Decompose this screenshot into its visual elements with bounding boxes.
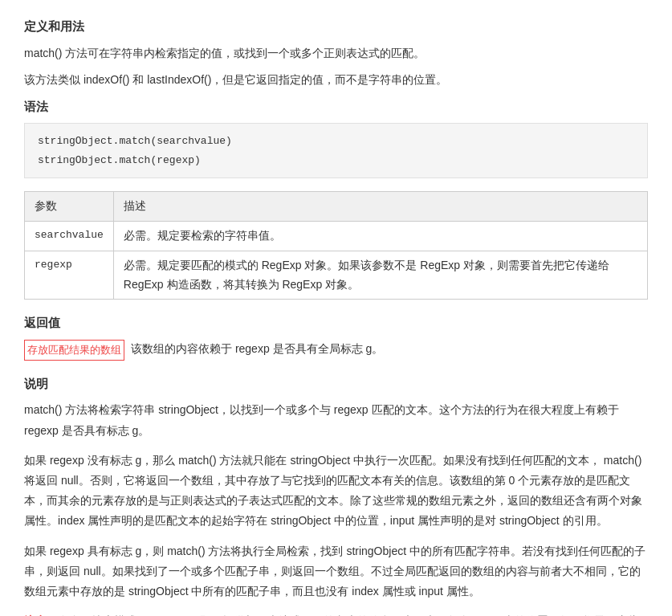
definition-desc1: match() 方法可在字符串内检索指定的值，或找到一个或多个正则表达式的匹配。 bbox=[24, 43, 648, 63]
params-col2-header: 描述 bbox=[113, 192, 647, 222]
syntax-code-line1: stringObject.match(searchvalue) bbox=[38, 132, 634, 150]
explanation-paragraph-0: match() 方法将检索字符串 stringObject，以找到一个或多个与 … bbox=[24, 400, 648, 440]
syntax-code-line2: stringObject.match(regexp) bbox=[38, 151, 634, 169]
explanation-section: 说明 match() 方法将检索字符串 stringObject，以找到一个或多… bbox=[24, 373, 648, 602]
syntax-section: 语法 stringObject.match(searchvalue) strin… bbox=[24, 96, 648, 178]
params-row-0: searchvalue必需。规定要检索的字符串值。 bbox=[25, 221, 648, 251]
explanation-paragraph-2: 如果 regexp 具有标志 g，则 match() 方法将执行全局检索，找到 … bbox=[24, 541, 648, 602]
return-value-title: 返回值 bbox=[24, 312, 648, 333]
params-row-1: regexp必需。规定要匹配的模式的 RegExp 对象。如果该参数不是 Reg… bbox=[25, 251, 648, 300]
param-name-1: regexp bbox=[25, 251, 114, 300]
params-section: 参数 描述 searchvalue必需。规定要检索的字符串值。regexp必需。… bbox=[24, 191, 648, 300]
definition-title: 定义和用法 bbox=[24, 16, 648, 37]
return-value-row: 存放匹配结果的数组 该数组的内容依赖于 regexp 是否具有全局标志 g。 bbox=[24, 340, 648, 361]
param-desc-0: 必需。规定要检索的字符串值。 bbox=[113, 221, 647, 251]
definition-section: 定义和用法 match() 方法可在字符串内检索指定的值，或找到一个或多个正则表… bbox=[24, 16, 648, 90]
definition-desc2: 该方法类似 indexOf() 和 lastIndexOf()，但是它返回指定的… bbox=[24, 70, 648, 90]
param-desc-1: 必需。规定要匹配的模式的 RegExp 对象。如果该参数不是 RegExp 对象… bbox=[113, 251, 647, 300]
return-value-section: 返回值 存放匹配结果的数组 该数组的内容依赖于 regexp 是否具有全局标志 … bbox=[24, 312, 648, 361]
params-header-row: 参数 描述 bbox=[25, 192, 648, 222]
explanation-paragraphs-container: match() 方法将检索字符串 stringObject，以找到一个或多个与 … bbox=[24, 400, 648, 602]
syntax-code-block: stringObject.match(searchvalue) stringOb… bbox=[24, 123, 648, 178]
param-name-0: searchvalue bbox=[25, 221, 114, 251]
return-highlighted-term: 存放匹配结果的数组 bbox=[24, 340, 124, 361]
params-col1-header: 参数 bbox=[25, 192, 114, 222]
syntax-title: 语法 bbox=[24, 96, 648, 117]
return-value-desc: 该数组的内容依赖于 regexp 是否具有全局标志 g。 bbox=[131, 340, 383, 359]
explanation-paragraph-1: 如果 regexp 没有标志 g，那么 match() 方法就只能在 strin… bbox=[24, 451, 648, 532]
note-section: 注意：在全局搜索模式下，match() 即不提供与子表达式匹配的文本的信息，也不… bbox=[24, 611, 648, 616]
params-table: 参数 描述 searchvalue必需。规定要检索的字符串值。regexp必需。… bbox=[24, 191, 648, 300]
explanation-title: 说明 bbox=[24, 373, 648, 394]
